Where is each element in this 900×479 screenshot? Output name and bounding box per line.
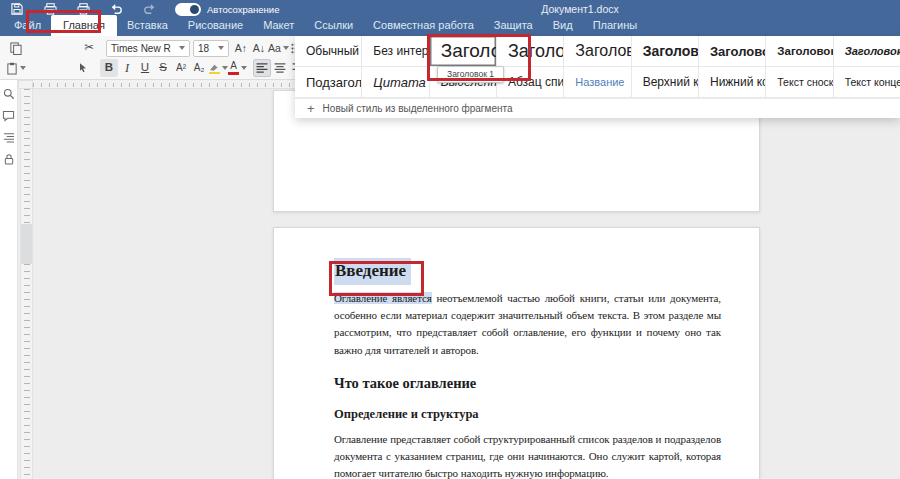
style-cell-heading5[interactable]: Заголовок — [699, 36, 766, 67]
headings-nav-icon[interactable] — [2, 131, 15, 144]
style-cell-heading7[interactable]: Заголовок — [834, 36, 900, 67]
align-left-button[interactable] — [253, 59, 271, 77]
ribbon-tabs: Файл Главная Вставка Рисование Макет Ссы… — [4, 14, 647, 36]
horizontal-ruler — [33, 80, 295, 89]
shrink-font-button[interactable]: A↓ — [250, 39, 268, 57]
paste-button[interactable] — [6, 59, 26, 77]
tab-references[interactable]: Ссылки — [304, 15, 363, 36]
search-icon[interactable] — [2, 87, 15, 100]
page-2[interactable]: Введение Оглавление является неотъемлемо… — [273, 227, 760, 479]
style-cell-no-spacing[interactable]: Без интерва — [362, 36, 429, 67]
chevron-down-icon — [20, 66, 26, 70]
chevron-down-icon — [179, 46, 185, 50]
doc-heading-3[interactable]: Определение и структура — [334, 407, 721, 422]
highlight-color-button[interactable] — [208, 59, 228, 77]
style-cell-footnote-text[interactable]: Текст сноски — [766, 67, 833, 98]
style-cell-heading4[interactable]: Заголово — [632, 36, 699, 67]
tab-draw[interactable]: Рисование — [178, 15, 253, 36]
grow-font-button[interactable]: A↑ — [232, 39, 250, 57]
style-cell-heading3[interactable]: Заголовс — [564, 36, 631, 67]
superscript-button[interactable]: A² — [172, 59, 190, 77]
chevron-down-icon — [283, 46, 289, 50]
bold-button[interactable]: B — [100, 59, 118, 77]
new-style-label: Новый стиль из выделенного фрагмента — [323, 103, 513, 114]
tab-home[interactable]: Главная — [51, 15, 117, 36]
comments-icon[interactable] — [2, 109, 15, 122]
underline-button[interactable]: U — [136, 59, 154, 77]
selected-text: Оглавление является — [334, 292, 432, 304]
subscript-button[interactable]: A₂ — [190, 59, 208, 77]
copy-button[interactable] — [6, 39, 24, 57]
font-color-button[interactable]: A — [228, 59, 247, 77]
titlebar-container: Автосохранение Документ1.docx Файл Главн… — [0, 0, 900, 36]
style-cell-header[interactable]: Верхний кол — [632, 67, 699, 98]
italic-button[interactable]: I — [118, 59, 136, 77]
tab-collaboration[interactable]: Совместная работа — [363, 15, 484, 36]
doc-heading-2[interactable]: Что такое оглавление — [334, 375, 721, 392]
style-cell-normal[interactable]: Обычный — [295, 36, 362, 67]
vertical-ruler — [20, 89, 33, 479]
new-style-button[interactable]: + Новый стиль из выделенного фрагмента — [295, 98, 900, 118]
doc-heading-vvedenie[interactable]: Введение — [334, 261, 721, 281]
chevron-down-icon — [241, 66, 247, 70]
font-name-select[interactable]: Times New R — [106, 40, 190, 57]
strikethrough-button[interactable]: S — [154, 59, 172, 77]
plus-icon: + — [307, 102, 315, 115]
ruler-corner — [18, 80, 33, 89]
cut-scissors-icon[interactable]: ✂ — [80, 39, 98, 57]
change-case-button[interactable]: Aa — [268, 39, 289, 57]
style-cell-title[interactable]: Название — [564, 67, 631, 98]
selected-heading-text: Введение — [334, 258, 411, 285]
tab-protection[interactable]: Защита — [484, 15, 543, 36]
style-cell-heading1[interactable]: Заголо — [430, 36, 497, 67]
style-cell-list-paragraph[interactable]: Абзац список — [497, 67, 564, 98]
protection-lock-icon[interactable] — [2, 153, 15, 166]
style-cell-heading2[interactable]: Заголов — [497, 36, 564, 67]
doc-paragraph-1[interactable]: Оглавление является неотъемлемой частью … — [334, 290, 721, 359]
tab-view[interactable]: Вид — [543, 15, 583, 36]
font-size-select[interactable]: 18 — [193, 40, 229, 57]
styles-gallery-panel: Обычный Без интерва Заголо Заголов Загол… — [295, 36, 900, 118]
align-center-button[interactable] — [271, 59, 289, 77]
tab-layout[interactable]: Макет — [253, 15, 304, 36]
document-area: Введение Оглавление является неотъемлемо… — [18, 80, 900, 479]
doc-paragraph-2[interactable]: Оглавление представляет собой структурир… — [334, 431, 721, 479]
tab-plugins[interactable]: Плагины — [583, 15, 648, 36]
style-cell-subtitle[interactable]: Подзаголово — [295, 67, 362, 98]
tab-file[interactable]: Файл — [4, 15, 51, 36]
select-tool-button[interactable] — [74, 59, 92, 77]
style-tooltip: Заголовок 1 — [437, 66, 504, 83]
style-cell-quote[interactable]: Цитата — [362, 67, 429, 98]
style-cell-heading6[interactable]: Заголовок ( — [766, 36, 833, 67]
left-sidebar — [0, 80, 18, 479]
style-cell-endnote-text[interactable]: Текст концев — [834, 67, 900, 98]
style-cell-footer[interactable]: Нижний кол — [699, 67, 766, 98]
chevron-down-icon — [218, 46, 224, 50]
tab-insert[interactable]: Вставка — [117, 15, 178, 36]
